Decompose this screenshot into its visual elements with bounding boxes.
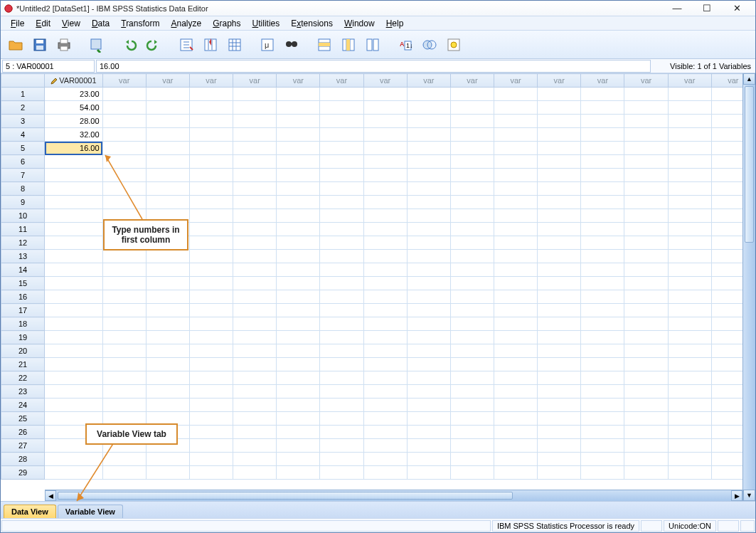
grid-cell[interactable] [146, 453, 189, 466]
grid-cell[interactable] [189, 115, 233, 128]
grid-cell[interactable] [407, 223, 450, 236]
grid-cell[interactable] [320, 209, 363, 223]
grid-cell[interactable] [450, 223, 494, 236]
grid-cell[interactable] [320, 412, 363, 426]
scroll-up-button[interactable]: ▲ [743, 73, 755, 85]
grid-cell[interactable] [102, 101, 146, 115]
grid-cell[interactable] [407, 439, 450, 453]
row-header[interactable]: 28 [1, 453, 45, 466]
grid-cell[interactable] [277, 182, 320, 196]
grid-cell[interactable] [581, 236, 624, 250]
grid-cell[interactable] [624, 101, 668, 115]
grid-cell[interactable] [363, 439, 407, 453]
grid-cell[interactable] [538, 88, 581, 101]
grid-cell[interactable] [277, 236, 320, 250]
grid-cell[interactable] [189, 412, 233, 426]
grid-cell[interactable] [189, 209, 233, 223]
grid-cell[interactable] [450, 128, 494, 142]
row-header[interactable]: 14 [1, 263, 45, 277]
grid-cell[interactable] [538, 263, 581, 277]
grid-cell[interactable] [624, 466, 668, 480]
grid-cell[interactable] [233, 142, 277, 155]
grid-cell[interactable] [363, 317, 407, 331]
grid-cell[interactable] [320, 277, 363, 290]
grid-cell[interactable] [146, 128, 189, 142]
grid-cell[interactable] [363, 344, 407, 358]
grid-cell[interactable] [624, 426, 668, 439]
grid-cell[interactable] [494, 128, 538, 142]
menu-utilities[interactable]: Utilities [247, 17, 286, 30]
grid-cell[interactable] [363, 277, 407, 290]
row-header[interactable]: 21 [1, 358, 45, 371]
grid-cell[interactable] [320, 182, 363, 196]
grid-cell[interactable] [450, 426, 494, 439]
grid-cell[interactable] [146, 101, 189, 115]
grid-cell[interactable] [538, 209, 581, 223]
grid-cell[interactable] [450, 453, 494, 466]
grid-cell[interactable] [320, 223, 363, 236]
grid-cell[interactable] [363, 196, 407, 209]
grid-cell[interactable] [407, 196, 450, 209]
grid-cell[interactable] [494, 290, 538, 304]
grid-cell[interactable] [581, 169, 624, 182]
grid-cell[interactable] [538, 277, 581, 290]
grid-cell[interactable] [494, 115, 538, 128]
goto-case-button[interactable] [176, 34, 197, 56]
grid-cell[interactable] [494, 439, 538, 453]
grid-cell[interactable] [189, 290, 233, 304]
row-header[interactable]: 13 [1, 250, 45, 263]
row-header[interactable]: 5 [1, 142, 45, 155]
grid-cell[interactable] [494, 317, 538, 331]
grid-cell[interactable] [538, 236, 581, 250]
grid-cell[interactable] [538, 223, 581, 236]
grid-cell[interactable] [407, 317, 450, 331]
grid-cell[interactable] [581, 426, 624, 439]
row-header[interactable]: 27 [1, 439, 45, 453]
grid-cell[interactable] [363, 209, 407, 223]
grid-cell[interactable] [320, 155, 363, 169]
grid-cell[interactable] [320, 358, 363, 371]
grid-cell[interactable] [668, 290, 711, 304]
grid-cell[interactable] [45, 250, 103, 263]
grid-cell[interactable] [407, 115, 450, 128]
grid-cell[interactable] [233, 236, 277, 250]
grid-cell[interactable] [450, 209, 494, 223]
grid-cell[interactable] [45, 263, 103, 277]
grid-cell[interactable] [538, 317, 581, 331]
grid-cell[interactable] [494, 358, 538, 371]
grid-cell[interactable] [320, 263, 363, 277]
row-header[interactable]: 9 [1, 196, 45, 209]
grid-cell[interactable] [494, 399, 538, 412]
grid-cell[interactable] [538, 155, 581, 169]
grid-cell[interactable] [363, 263, 407, 277]
column-header-var00001[interactable]: VAR00001 [45, 74, 103, 88]
grid-cell[interactable] [146, 344, 189, 358]
row-header[interactable]: 18 [1, 317, 45, 331]
grid-cell[interactable] [624, 304, 668, 317]
grid-cell[interactable] [450, 317, 494, 331]
grid-cell[interactable] [363, 101, 407, 115]
grid-cell[interactable] [146, 115, 189, 128]
grid-cell[interactable] [494, 331, 538, 344]
column-header-empty[interactable]: var [538, 74, 581, 88]
grid-cell[interactable] [363, 223, 407, 236]
column-header-empty[interactable]: var [277, 74, 320, 88]
grid-cell[interactable] [624, 223, 668, 236]
grid-cell[interactable] [146, 385, 189, 399]
grid-cell[interactable] [668, 358, 711, 371]
grid-cell[interactable] [189, 317, 233, 331]
row-header[interactable]: 7 [1, 169, 45, 182]
grid-cell[interactable] [407, 128, 450, 142]
grid-cell[interactable] [450, 290, 494, 304]
grid-cell[interactable] [581, 101, 624, 115]
grid-cell[interactable] [494, 142, 538, 155]
grid-cell[interactable] [450, 385, 494, 399]
save-button[interactable] [29, 34, 50, 56]
grid-cell[interactable] [494, 88, 538, 101]
grid-cell[interactable]: 32.00 [45, 128, 103, 142]
grid-cell[interactable] [407, 412, 450, 426]
grid-cell[interactable] [102, 399, 146, 412]
grid-cell[interactable] [102, 358, 146, 371]
grid-cell[interactable] [407, 182, 450, 196]
grid-cell[interactable] [407, 209, 450, 223]
